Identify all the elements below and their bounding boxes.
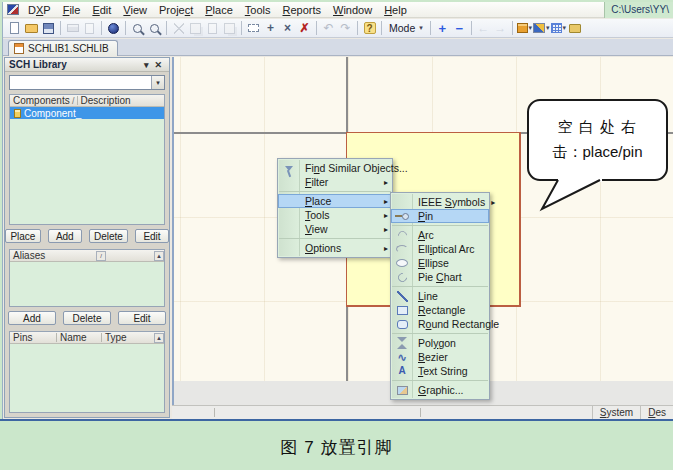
menu-item-find-similar-objects[interactable]: Find Similar Objects...	[278, 161, 392, 175]
column-name[interactable]: Name	[57, 332, 101, 343]
column-description[interactable]: Description	[78, 95, 134, 106]
menu-item-graphic[interactable]: Graphic...	[391, 383, 489, 397]
place-button[interactable]: Place	[5, 229, 41, 243]
select-area-icon[interactable]	[245, 20, 262, 36]
rectangle-icon	[394, 303, 410, 317]
zoom-out-icon[interactable]	[146, 20, 163, 36]
menu-tools[interactable]: Tools	[239, 3, 277, 17]
component-buttons-row: PlaceAddDeleteEdit	[5, 225, 169, 247]
menu-item-round-rectangle[interactable]: Round Rectangle	[391, 317, 489, 331]
delete-button[interactable]: Delete	[63, 311, 111, 325]
component-filter-combobox[interactable]: ▾	[9, 75, 165, 90]
menu-item-label: Elliptical Arc	[418, 243, 485, 255]
menu-window[interactable]: Window	[327, 3, 378, 17]
toolbar-separator	[60, 21, 61, 35]
menu-item-bezier[interactable]: ∿Bezier	[391, 350, 489, 364]
sch-library-panel: SCH Library ▾ ✕ ▾ Components / Descripti…	[4, 57, 170, 418]
aliases-scroll-up-icon[interactable]: ▲	[154, 251, 164, 261]
menu-item-polygon[interactable]: Polygon	[391, 336, 489, 350]
submenu-arrow-icon: ▸	[384, 225, 388, 234]
submenu-arrow-icon: ▸	[384, 244, 388, 253]
remove-part-icon[interactable]: −	[451, 20, 468, 36]
redo-icon: ↷	[337, 20, 354, 36]
combo-dropdown-icon[interactable]: ▾	[151, 76, 164, 89]
help-icon[interactable]: ?	[361, 20, 378, 36]
menu-item-pin[interactable]: Pin	[391, 209, 489, 223]
callout-line1: 空 白 处 右	[539, 118, 656, 137]
elliptical-arc-icon	[394, 242, 410, 256]
panel-close-icon[interactable]: ✕	[151, 60, 165, 70]
panel-tab-des[interactable]: Des	[640, 406, 673, 419]
toolbar-separator	[166, 21, 167, 35]
menu-item-place[interactable]: Place▸	[278, 194, 392, 208]
add-button[interactable]: Add	[8, 311, 56, 325]
open-icon[interactable]	[23, 20, 40, 36]
aliases-list-header[interactable]: Aliases / ▲	[10, 250, 164, 262]
menu-item-options[interactable]: Options▸	[278, 241, 392, 255]
menu-item-label: Line	[418, 290, 485, 302]
grid-dropdown-icon[interactable]: ▾	[550, 20, 567, 36]
menu-place[interactable]: Place	[199, 3, 239, 17]
toolbar-separator	[316, 21, 317, 35]
pins-list-header[interactable]: Pins Name Type ▲	[10, 332, 164, 344]
menu-item-label: Pie Chart	[418, 271, 485, 283]
clear-filter-icon[interactable]: ✗	[296, 20, 313, 36]
menu-view[interactable]: View	[117, 3, 153, 17]
snippets-icon[interactable]	[567, 20, 584, 36]
menu-help[interactable]: Help	[378, 3, 413, 17]
context-menu: Find Similar Objects...Filter▸Place▸Tool…	[277, 158, 393, 258]
edit-button[interactable]: Edit	[135, 229, 169, 243]
menu-item-text-string[interactable]: AText String	[391, 364, 489, 378]
components-list-body[interactable]: Component_	[10, 107, 164, 224]
menu-reports[interactable]: Reports	[276, 3, 327, 17]
move-icon[interactable]: +	[262, 20, 279, 36]
menu-dxp[interactable]: DXP	[22, 3, 57, 17]
mode-dropdown-button[interactable]: Mode▾	[385, 21, 427, 35]
add-button[interactable]: Add	[48, 229, 82, 243]
menu-edit[interactable]: Edit	[86, 3, 117, 17]
find-similar-icon	[281, 161, 297, 175]
tab-schlib1[interactable]: SCHLIB1.SCHLIB	[8, 40, 118, 56]
add-part-icon[interactable]: +	[434, 20, 451, 36]
menu-item-elliptical-arc[interactable]: Elliptical Arc	[391, 242, 489, 256]
column-aliases[interactable]: Aliases	[10, 250, 48, 261]
menu-item-label: Round Rectangle	[418, 318, 499, 330]
component-row-selected[interactable]: Component_	[10, 107, 164, 119]
utilities-dropdown-icon[interactable]: ▾	[516, 20, 533, 36]
zoom-in-icon[interactable]	[129, 20, 146, 36]
open-device-view-icon[interactable]	[105, 20, 122, 36]
menu-item-label: Tools	[305, 209, 378, 221]
menu-item-label: Arc	[418, 229, 485, 241]
aliases-list-body[interactable]	[10, 262, 164, 306]
pins-list-body[interactable]	[10, 344, 164, 412]
delete-button[interactable]: Delete	[89, 229, 128, 243]
components-list-header[interactable]: Components / Description	[10, 95, 164, 107]
menu-item-ellipse[interactable]: Ellipse	[391, 256, 489, 270]
menu-separator	[392, 225, 488, 226]
panel-menu-icon[interactable]: ▾	[141, 60, 152, 70]
menu-item-view[interactable]: View▸	[278, 222, 392, 236]
column-type[interactable]: Type	[102, 332, 130, 343]
menu-file[interactable]: File	[57, 3, 87, 17]
column-components[interactable]: Components	[10, 95, 70, 106]
menu-item-rectangle[interactable]: Rectangle	[391, 303, 489, 317]
menu-item-line[interactable]: Line	[391, 289, 489, 303]
drawing-tools-dropdown-icon[interactable]: ▾	[533, 20, 550, 36]
menu-item-ieee-symbols[interactable]: IEEE Symbols▸	[391, 195, 489, 209]
aliases-list: Aliases / ▲	[9, 249, 165, 307]
menu-item-filter[interactable]: Filter▸	[278, 175, 392, 189]
annotation-callout: 空 白 处 右 击：place/pin	[527, 99, 668, 181]
save-icon[interactable]	[40, 20, 57, 36]
pie-chart-icon	[394, 270, 410, 284]
menu-project[interactable]: Project	[153, 3, 199, 17]
pins-scroll-up-icon[interactable]: ▲	[154, 333, 164, 343]
menu-item-pie-chart[interactable]: Pie Chart	[391, 270, 489, 284]
panel-tab-system[interactable]: System	[592, 406, 640, 419]
column-pins[interactable]: Pins	[10, 332, 56, 343]
menu-item-tools[interactable]: Tools▸	[278, 208, 392, 222]
edit-button[interactable]: Edit	[118, 311, 166, 325]
callout-line2: 击：place/pin	[539, 143, 656, 162]
deselect-icon[interactable]: ×	[279, 20, 296, 36]
menu-item-arc[interactable]: Arc	[391, 228, 489, 242]
new-document-icon[interactable]	[6, 20, 23, 36]
